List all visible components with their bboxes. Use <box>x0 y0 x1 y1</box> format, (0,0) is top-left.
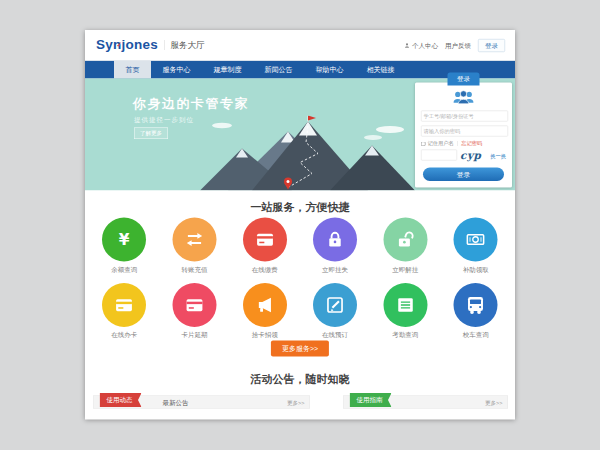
yen-icon: ¥ <box>113 229 135 251</box>
remember-checkbox[interactable] <box>421 141 426 146</box>
header-link-label: 个人中心 <box>412 41 438 50</box>
browser-page: Synjones ✓ 服务大厅 个人中心用户反馈登录 首页服务中心规章制度新闻公… <box>85 30 515 419</box>
service-circle <box>172 283 216 327</box>
card-icon <box>113 294 135 316</box>
site-name: 服务大厅 <box>171 39 205 51</box>
more-services-button[interactable]: 更多服务>> <box>271 341 329 357</box>
nav-item-3[interactable]: 新闻公告 <box>253 61 304 79</box>
service-item-7[interactable]: 卡片延期 <box>159 283 229 340</box>
announcement-panel-0: 使用动态最新公告更多>> <box>93 396 310 409</box>
services-section: 一站服务，方便快捷 ¥余额查询转账充值在线缴费立即挂失立即解挂补助领取在线办卡卡… <box>85 191 515 366</box>
list-icon <box>394 294 416 316</box>
panel-ribbon-tab[interactable]: 使用指南 <box>350 393 392 407</box>
bus-icon <box>465 294 487 316</box>
panel-header-bar: 使用指南更多>> <box>343 396 508 409</box>
login-submit-button[interactable]: 登录 <box>423 168 504 182</box>
login-options-row: 记住用户名 忘记密码 <box>421 140 482 147</box>
logo-text: Synjones <box>96 37 158 53</box>
service-item-6[interactable]: 在线办卡 <box>89 283 159 340</box>
service-label: 转账充值 <box>181 265 207 274</box>
header-link-1[interactable]: 用户反馈 <box>445 41 471 50</box>
service-label: 拾卡招领 <box>252 331 278 340</box>
service-circle <box>313 283 357 327</box>
header-link-0[interactable]: 个人中心 <box>404 41 439 50</box>
service-label: 立即解挂 <box>392 265 418 274</box>
service-label: 补助领取 <box>463 265 489 274</box>
banknote-icon <box>465 229 487 251</box>
service-label: 卡片延期 <box>181 331 207 340</box>
service-circle <box>313 218 357 262</box>
options-divider <box>457 141 458 146</box>
panel-secondary-tab[interactable]: 最新公告 <box>163 396 189 409</box>
service-item-2[interactable]: 在线缴费 <box>230 218 300 275</box>
hero-cta-button[interactable]: 了解更多 <box>134 128 168 140</box>
service-item-4[interactable]: 立即解挂 <box>370 218 440 275</box>
service-label: 考勤查询 <box>392 331 418 340</box>
service-label: 在线办卡 <box>111 331 137 340</box>
service-circle <box>454 218 498 262</box>
logo-divider <box>164 40 165 50</box>
captcha-row: cyp 换一换 <box>421 150 506 162</box>
site-logo[interactable]: Synjones ✓ 服务大厅 <box>96 37 205 53</box>
captcha-image[interactable]: cyp <box>460 149 481 162</box>
hero-subtitle: 提供捷径一步到位 <box>134 116 194 125</box>
service-item-3[interactable]: 立即挂失 <box>300 218 370 275</box>
service-circle <box>243 218 287 262</box>
service-label: 立即挂失 <box>322 265 348 274</box>
announcement-panel-1: 使用指南更多>> <box>343 396 508 409</box>
transfer-icon <box>183 229 205 251</box>
header-links: 个人中心用户反馈登录 <box>404 39 506 52</box>
service-item-8[interactable]: 拾卡招领 <box>230 283 300 340</box>
mountain-illustration <box>200 116 415 191</box>
edit-icon <box>324 294 346 316</box>
service-circle <box>383 218 427 262</box>
megaphone-icon <box>254 294 276 316</box>
service-circle: ¥ <box>102 218 146 262</box>
nav-item-4[interactable]: 帮助中心 <box>304 61 355 79</box>
lock-icon <box>324 229 346 251</box>
remember-label: 记住用户名 <box>428 140 454 147</box>
header-login-button[interactable]: 登录 <box>478 39 505 52</box>
svg-text:¥: ¥ <box>119 231 130 249</box>
nav-item-5[interactable]: 相关链接 <box>355 61 406 79</box>
card-icon <box>254 229 276 251</box>
hero-banner: 你身边的卡管专家 提供捷径一步到位 了解更多 登录 <box>85 79 515 191</box>
password-input[interactable] <box>421 126 508 137</box>
captcha-input[interactable] <box>421 150 457 161</box>
service-item-9[interactable]: 在线预订 <box>300 283 370 340</box>
header-link-label: 用户反馈 <box>445 41 471 50</box>
nav-item-0[interactable]: 首页 <box>114 61 151 79</box>
service-circle <box>454 283 498 327</box>
service-item-0[interactable]: ¥余额查询 <box>89 218 159 275</box>
username-input[interactable] <box>421 111 508 122</box>
person-icon <box>404 42 411 49</box>
site-header: Synjones ✓ 服务大厅 个人中心用户反馈登录 <box>85 30 515 61</box>
login-panel: 登录 记住用户名 忘记密码 cyp 换一换 登录 <box>415 83 512 188</box>
announcements-section: 活动公告，随时知晓 使用动态最新公告更多>>使用指南更多>> <box>85 366 515 420</box>
panel-more-link[interactable]: 更多>> <box>287 396 304 409</box>
card-icon <box>183 294 205 316</box>
service-label: 校车查询 <box>463 331 489 340</box>
service-circle <box>102 283 146 327</box>
captcha-refresh-link[interactable]: 换一换 <box>490 153 506 160</box>
hero-title: 你身边的卡管专家 <box>133 95 249 113</box>
nav-item-2[interactable]: 规章制度 <box>202 61 253 79</box>
forgot-password-link[interactable]: 忘记密码 <box>461 140 482 147</box>
user-group-icon <box>452 89 475 106</box>
service-label: 在线预订 <box>322 331 348 340</box>
panel-more-link[interactable]: 更多>> <box>485 396 502 409</box>
service-item-1[interactable]: 转账充值 <box>159 218 229 275</box>
nav-item-1[interactable]: 服务中心 <box>151 61 202 79</box>
service-circle <box>243 283 287 327</box>
service-item-11[interactable]: 校车查询 <box>441 283 511 340</box>
panel-ribbon-tab[interactable]: 使用动态 <box>100 393 142 407</box>
panel-header-bar: 使用动态最新公告更多>> <box>93 396 310 409</box>
services-grid: ¥余额查询转账充值在线缴费立即挂失立即解挂补助领取在线办卡卡片延期拾卡招领在线预… <box>89 218 511 349</box>
service-item-10[interactable]: 考勤查询 <box>370 283 440 340</box>
login-tab[interactable]: 登录 <box>448 73 480 86</box>
service-circle <box>172 218 216 262</box>
service-item-5[interactable]: 补助领取 <box>441 218 511 275</box>
unlock-icon <box>394 229 416 251</box>
portal-page: Synjones ✓ 服务大厅 个人中心用户反馈登录 首页服务中心规章制度新闻公… <box>85 30 515 419</box>
service-circle <box>383 283 427 327</box>
